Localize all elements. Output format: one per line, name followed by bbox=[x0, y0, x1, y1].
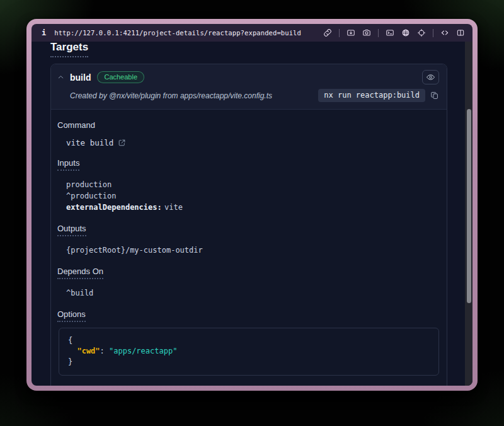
depends-on-heading: Depends On bbox=[57, 267, 103, 279]
info-icon: i bbox=[42, 28, 46, 37]
json-string: "apps/reactapp" bbox=[109, 347, 177, 355]
input-item: externalDependencies:vite bbox=[66, 202, 439, 213]
locate-icon[interactable] bbox=[417, 28, 426, 37]
json-line: { bbox=[68, 335, 430, 346]
options-heading: Options bbox=[57, 309, 86, 322]
split-view-icon[interactable] bbox=[456, 28, 465, 37]
inputs-heading: Inputs bbox=[57, 158, 79, 171]
target-name: build bbox=[70, 72, 91, 83]
scrollbar-track[interactable] bbox=[465, 42, 472, 386]
url-bar[interactable]: http://127.0.0.1:4211/project-details/re… bbox=[54, 29, 301, 37]
created-by-text: Created by @nx/vite/plugin from apps/rea… bbox=[70, 91, 272, 100]
json-key: "cwd" bbox=[77, 347, 100, 355]
toolbar-divider bbox=[378, 29, 379, 37]
target-card-build: build Cacheable Created by @nx/vite/plug… bbox=[50, 64, 447, 386]
options-json-block: { "cwd": "apps/reactapp" } bbox=[59, 328, 439, 376]
command-heading: Command bbox=[57, 120, 439, 130]
run-command-chip: nx run reactapp:build bbox=[318, 89, 425, 102]
json-colon: : bbox=[100, 347, 109, 355]
view-in-graph-button[interactable] bbox=[422, 70, 439, 84]
external-link-icon[interactable] bbox=[118, 139, 126, 147]
code-icon[interactable] bbox=[440, 28, 449, 37]
browser-window: i http://127.0.0.1:4211/project-details/… bbox=[26, 19, 478, 391]
targets-heading: Targets bbox=[50, 42, 88, 57]
build-card-body: Command vite build Inputs production ^pr… bbox=[51, 110, 447, 386]
toolbar-divider bbox=[339, 29, 340, 37]
toolbar-actions bbox=[323, 28, 465, 37]
input-value: vite bbox=[164, 203, 183, 212]
json-line: "cwd": "apps/reactapp" bbox=[68, 346, 430, 357]
json-line: } bbox=[68, 357, 430, 367]
cacheable-badge: Cacheable bbox=[97, 71, 144, 83]
chevron-up-icon[interactable] bbox=[57, 74, 64, 81]
command-value: vite build bbox=[66, 138, 113, 147]
input-item: ^production bbox=[66, 190, 439, 202]
copy-icon[interactable] bbox=[430, 91, 439, 100]
input-item: production bbox=[66, 179, 439, 190]
input-key: externalDependencies: bbox=[66, 203, 162, 212]
link-icon[interactable] bbox=[323, 28, 332, 37]
page-viewport: Targets build Cacheable C bbox=[32, 42, 472, 386]
project-details-content: Targets build Cacheable C bbox=[32, 42, 472, 386]
output-item: {projectRoot}/my-custom-outdir bbox=[66, 245, 439, 256]
browser-toolbar: i http://127.0.0.1:4211/project-details/… bbox=[32, 24, 472, 42]
save-screenshot-icon[interactable] bbox=[346, 28, 355, 37]
toolbar-divider bbox=[433, 29, 433, 37]
camera-icon[interactable] bbox=[362, 28, 371, 37]
scrollbar-thumb[interactable] bbox=[467, 109, 471, 303]
outputs-heading: Outputs bbox=[57, 224, 86, 236]
depends-on-item: ^build bbox=[66, 287, 439, 299]
terminal-icon[interactable] bbox=[386, 28, 394, 37]
build-card-header[interactable]: build Cacheable Created by @nx/vite/plug… bbox=[51, 64, 447, 110]
web-icon[interactable] bbox=[401, 28, 410, 37]
